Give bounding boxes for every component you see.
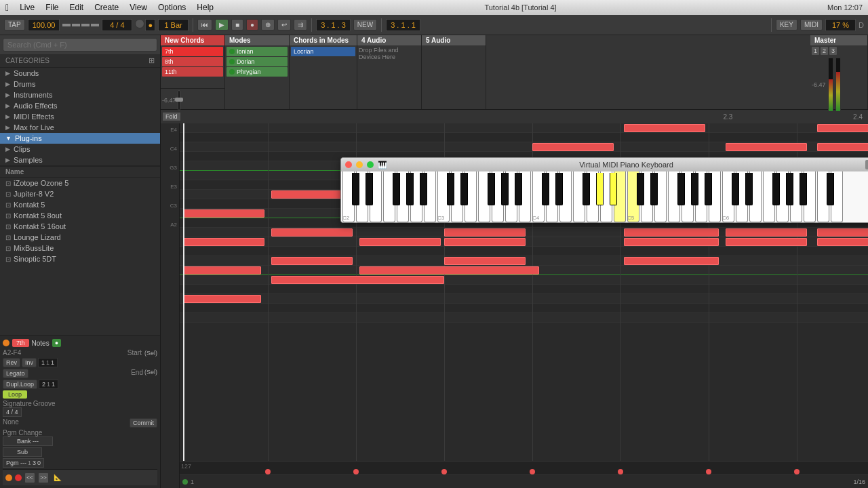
fader-new-chords[interactable] xyxy=(178,90,180,110)
prev-clip-btn[interactable]: << xyxy=(24,472,35,483)
black-key-20[interactable] xyxy=(732,173,739,205)
next-clip-btn[interactable]: >> xyxy=(38,472,49,483)
black-key-24[interactable] xyxy=(800,173,807,205)
cat-audio-effects[interactable]: ▶ Audio Effects xyxy=(0,100,160,111)
note-b2-1[interactable] xyxy=(271,276,444,284)
black-key-3[interactable] xyxy=(406,173,414,205)
black-key-9[interactable] xyxy=(515,173,522,205)
file-item[interactable]: ⊡ Kontakt 5 xyxy=(0,199,160,210)
note-e4-1[interactable] xyxy=(624,124,705,132)
play-btn[interactable]: ▶ xyxy=(215,19,229,30)
clip-ionian[interactable]: Ionian xyxy=(226,47,288,56)
master-slot1[interactable]: 1 xyxy=(812,47,819,55)
cat-samples[interactable]: ▶ Samples xyxy=(0,155,160,165)
note-e3-2[interactable] xyxy=(359,238,441,246)
note-a2-1[interactable] xyxy=(183,295,261,303)
note-e3-6[interactable] xyxy=(817,238,868,246)
black-key-17[interactable] xyxy=(677,173,685,205)
file-item[interactable]: ⊡ MixBussLite xyxy=(0,243,160,253)
menu-live[interactable]: Live xyxy=(20,3,35,12)
inv-btn[interactable]: Inv xyxy=(22,358,37,367)
black-key-14[interactable] xyxy=(610,173,617,205)
sig-value[interactable]: 4 / 4 xyxy=(3,407,22,417)
menu-edit[interactable]: Edit xyxy=(69,3,83,12)
black-key-15[interactable] xyxy=(637,173,644,205)
cat-drums[interactable]: ▶ Drums xyxy=(0,79,160,89)
pgm-value[interactable]: Pgm --- 1 3 0 xyxy=(3,458,44,468)
cat-clips[interactable]: ▶ Clips xyxy=(0,144,160,155)
apple-menu[interactable]:  xyxy=(5,2,9,13)
note-e4-2[interactable] xyxy=(817,124,868,132)
black-key-12[interactable] xyxy=(583,173,590,205)
record-btn[interactable]: ● xyxy=(246,19,258,30)
start-value[interactable]: 1 1 1 xyxy=(38,358,58,367)
sub-value[interactable]: Sub xyxy=(3,447,42,457)
black-key-25[interactable] xyxy=(827,173,834,205)
min-btn[interactable] xyxy=(356,161,363,168)
loop-mode[interactable]: 1 Bar xyxy=(158,19,189,31)
note-c3-2[interactable] xyxy=(359,266,539,274)
black-key-1[interactable] xyxy=(366,173,373,205)
note-d3-2[interactable] xyxy=(444,257,526,265)
black-key-23[interactable] xyxy=(786,173,793,205)
back-btn[interactable]: ↩ xyxy=(277,19,291,30)
rev-btn[interactable]: Rev xyxy=(3,358,20,367)
fader-handle[interactable] xyxy=(175,98,183,102)
file-item[interactable]: ⊡ Kontakt 5 16out xyxy=(0,221,160,232)
black-key-21[interactable] xyxy=(745,173,753,205)
commit-btn[interactable]: Commit xyxy=(130,418,157,428)
file-item[interactable]: ⊡ Jupiter-8 V2 xyxy=(0,188,160,199)
new-scene-btn[interactable]: NEW xyxy=(353,19,377,30)
prev-btn[interactable]: ⏮ xyxy=(197,19,212,30)
black-key-16[interactable] xyxy=(650,173,658,205)
black-key-0[interactable] xyxy=(352,173,359,205)
note-g3-1[interactable] xyxy=(183,209,264,218)
black-key-19[interactable] xyxy=(705,173,712,205)
piano-keyboard-titlebar[interactable]: 🎹 Virtual MIDI Piano Keyboard xyxy=(341,158,868,171)
clip-locrian[interactable]: Locrian xyxy=(291,47,355,56)
marker3[interactable] xyxy=(441,469,447,474)
clip-8th[interactable]: 8th xyxy=(162,57,223,66)
cat-instruments[interactable]: ▶ Instruments xyxy=(0,89,160,100)
sort-icon[interactable]: ⊞ xyxy=(149,56,155,65)
bpm-display[interactable]: 100.00 xyxy=(28,19,60,31)
note-e3-3[interactable] xyxy=(444,238,526,246)
master-slot3[interactable]: 3 xyxy=(829,47,837,55)
clip-phrygian[interactable]: Phrygian xyxy=(226,67,288,77)
marker1[interactable] xyxy=(265,469,271,474)
note-d3-3[interactable] xyxy=(624,257,719,265)
marker2[interactable] xyxy=(353,469,359,474)
file-item[interactable]: ⊡ Lounge Lizard xyxy=(0,232,160,243)
loop-btn[interactable]: Loop xyxy=(3,390,27,399)
black-key-10[interactable] xyxy=(542,173,549,205)
black-key-2[interactable] xyxy=(393,173,400,205)
note-d4-3[interactable] xyxy=(817,143,868,151)
marker7[interactable] xyxy=(794,469,800,474)
arrangement-record-btn[interactable]: ⊕ xyxy=(261,19,275,30)
marker4[interactable] xyxy=(530,469,535,474)
close-btn[interactable] xyxy=(345,161,352,168)
note-f3-4[interactable] xyxy=(726,228,807,237)
bank-value[interactable]: Bank --- xyxy=(3,436,53,446)
menu-file[interactable]: File xyxy=(45,3,58,12)
menu-help[interactable]: Help xyxy=(197,3,214,12)
dupl-loop-btn[interactable]: Dupl.Loop xyxy=(3,380,37,389)
max-btn[interactable] xyxy=(367,161,374,168)
marker5[interactable] xyxy=(618,469,623,474)
note-e3-4[interactable] xyxy=(624,238,719,246)
cat-max-for-live[interactable]: ▶ Max for Live xyxy=(0,122,160,133)
file-item[interactable]: ⊡ Sinoptic 5DT xyxy=(0,253,160,264)
clip-7th[interactable]: 7th xyxy=(162,47,223,56)
time-sig-display[interactable]: 4 / 4 xyxy=(102,19,132,31)
black-key-22[interactable] xyxy=(772,173,780,205)
note-f3-3[interactable] xyxy=(624,228,719,237)
black-key-7[interactable] xyxy=(488,173,495,205)
empty-slot2[interactable] xyxy=(291,57,355,66)
master-slot2[interactable]: 2 xyxy=(821,47,828,55)
black-key-5[interactable] xyxy=(447,173,454,205)
key-btn[interactable]: KEY xyxy=(776,19,797,30)
menu-create[interactable]: Create xyxy=(94,3,119,12)
cat-midi-effects[interactable]: ▶ MIDI Effects xyxy=(0,111,160,122)
note-d4-2[interactable] xyxy=(726,143,807,151)
end-value[interactable]: 2 1 1 xyxy=(39,380,58,389)
